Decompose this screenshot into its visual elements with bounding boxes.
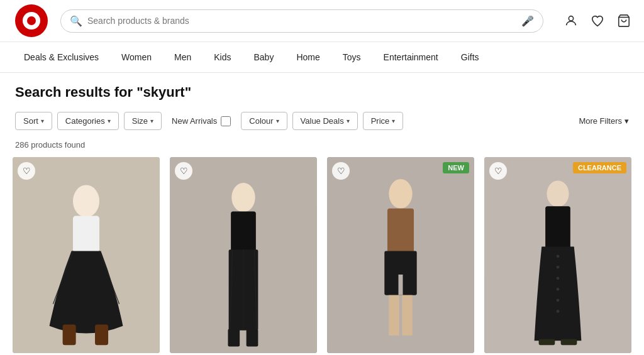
sort-label: Sort	[23, 116, 38, 126]
filter-bar: Sort ▾ Categories ▾ Size ▾ New Arrivals …	[0, 104, 644, 138]
search-input[interactable]	[87, 16, 516, 26]
header: 🔍 🎤	[0, 0, 644, 42]
main-nav: Deals & Exclusives Women Men Kids Baby H…	[0, 42, 644, 73]
price-label: Price	[371, 116, 390, 126]
svg-rect-21	[387, 209, 414, 253]
svg-rect-8	[63, 324, 76, 345]
new-arrivals-checkbox[interactable]	[221, 116, 231, 126]
search-bar[interactable]: 🔍 🎤	[60, 9, 543, 33]
nav-item-baby[interactable]: Baby	[243, 42, 286, 72]
svg-rect-7	[73, 216, 99, 252]
svg-point-2	[27, 16, 36, 25]
microphone-icon[interactable]: 🎤	[521, 15, 534, 27]
nav-item-deals[interactable]: Deals & Exclusives	[13, 42, 110, 72]
product-image-3: ♡ NEW	[327, 157, 474, 353]
nav-item-toys[interactable]: Toys	[331, 42, 372, 72]
search-icon: 🔍	[70, 15, 82, 27]
more-filters-chevron-icon: ▾	[625, 116, 629, 126]
price-filter[interactable]: Price ▾	[363, 112, 404, 130]
products-grid: ♡ Preview Pull On Midi Skirt $39	[0, 157, 644, 355]
search-results-title: Search results for "skyurt"	[15, 84, 629, 101]
value-deals-filter[interactable]: Value Deals ▾	[292, 112, 358, 130]
svg-rect-36	[561, 339, 577, 345]
svg-rect-25	[402, 295, 412, 336]
new-badge-3: NEW	[443, 162, 469, 173]
clearance-badge-4: CLEARANCE	[573, 162, 626, 173]
svg-point-32	[557, 288, 560, 291]
svg-point-6	[73, 185, 99, 217]
wishlist-btn-2[interactable]: ♡	[175, 162, 192, 180]
value-deals-label: Value Deals	[301, 116, 344, 126]
header-icons	[564, 13, 631, 28]
svg-rect-23	[398, 275, 402, 295]
cart-icon[interactable]	[616, 13, 631, 28]
colour-chevron-icon: ▾	[276, 117, 279, 124]
svg-rect-12	[231, 211, 256, 251]
nav-item-women[interactable]: Women	[110, 42, 163, 72]
colour-filter[interactable]: Colour ▾	[241, 112, 287, 130]
svg-point-33	[557, 299, 560, 302]
svg-rect-24	[389, 295, 399, 336]
size-chevron-icon: ▾	[150, 117, 153, 124]
logo[interactable]	[13, 5, 50, 36]
new-arrivals-label: New Arrivals	[172, 116, 217, 126]
nav-item-entertainment[interactable]: Entertainment	[372, 42, 450, 72]
svg-rect-18	[247, 329, 258, 346]
wishlist-btn-3[interactable]: ♡	[332, 162, 350, 180]
product-image-4: ♡ CLEARANCE	[484, 157, 631, 353]
price-chevron-icon: ▾	[392, 117, 395, 124]
categories-chevron-icon: ▾	[108, 117, 111, 124]
products-count: 286 products found	[0, 138, 644, 157]
sort-chevron-icon: ▾	[41, 117, 44, 124]
svg-point-20	[389, 179, 412, 209]
product-image-2: ♡	[170, 157, 317, 353]
nav-item-home[interactable]: Home	[285, 42, 331, 72]
account-icon[interactable]	[564, 13, 579, 28]
wishlist-btn-1[interactable]: ♡	[18, 162, 35, 180]
nav-item-gifts[interactable]: Gifts	[450, 42, 491, 72]
svg-point-34	[557, 310, 560, 313]
more-filters-label: More Filters	[579, 116, 622, 126]
svg-point-27	[547, 180, 569, 207]
product-card-4[interactable]: ♡ CLEARANCE Lily Loves Button Front Maxi…	[484, 157, 631, 355]
colour-label: Colour	[249, 116, 273, 126]
svg-rect-28	[545, 206, 570, 249]
results-heading: Search results for "skyurt"	[0, 73, 644, 104]
svg-rect-17	[228, 329, 240, 346]
size-filter[interactable]: Size ▾	[124, 112, 162, 130]
size-label: Size	[132, 116, 148, 126]
more-filters[interactable]: More Filters ▾	[579, 116, 629, 126]
product-card-2[interactable]: ♡ Lily Loves Knit Midi Skirt $35	[170, 157, 317, 355]
svg-point-31	[557, 276, 560, 280]
svg-point-11	[231, 183, 255, 212]
count-text: 286 products found	[15, 140, 85, 150]
categories-filter[interactable]: Categories ▾	[57, 112, 119, 130]
svg-rect-35	[539, 339, 555, 345]
product-image-1: ♡	[13, 157, 160, 353]
nav-item-men[interactable]: Men	[163, 42, 203, 72]
svg-point-29	[557, 254, 560, 258]
categories-label: Categories	[65, 116, 105, 126]
svg-point-3	[569, 16, 573, 21]
nav-item-kids[interactable]: Kids	[203, 42, 242, 72]
wishlist-icon[interactable]	[590, 13, 605, 28]
wishlist-btn-4[interactable]: ♡	[489, 162, 507, 180]
product-card-3[interactable]: ♡ NEW Lily Loves Split Mini Skirt $25	[327, 157, 474, 355]
svg-rect-9	[95, 324, 108, 345]
svg-point-30	[557, 266, 560, 269]
product-card-1[interactable]: ♡ Preview Pull On Midi Skirt $39	[13, 157, 160, 355]
new-arrivals-filter[interactable]: New Arrivals	[167, 112, 236, 130]
sort-filter[interactable]: Sort ▾	[15, 112, 52, 130]
value-deals-chevron-icon: ▾	[347, 117, 350, 124]
